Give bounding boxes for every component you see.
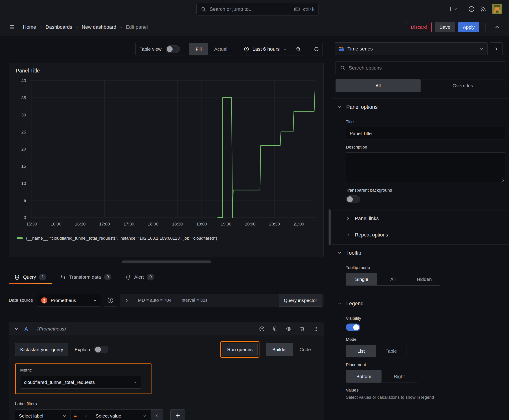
legend-section-header[interactable]: Legend [332,296,509,311]
query-options-strip[interactable]: MD = auto = 704 Interval = 30s Query ins… [120,294,324,307]
chevron-down-icon [93,298,97,303]
svg-text:17:00: 17:00 [99,222,110,226]
tab-alert-count: 0 [147,274,154,280]
query-ref-id[interactable]: A [24,326,28,332]
grafana-app: ctrl+k Home › Dashboards › New dashboard… [0,0,509,420]
datasource-picker[interactable]: Prometheus [37,294,101,307]
tab-query[interactable]: Query 1 [9,270,52,284]
kick-start-button[interactable]: Kick start your query [15,343,68,356]
query-help-button[interactable] [259,326,265,332]
legend-placement-field: Placement Bottom Right [346,362,505,383]
breadcrumb-new-dashboard[interactable]: New dashboard [82,24,116,30]
run-queries-button[interactable]: Run queries [222,343,258,356]
help-button[interactable] [466,4,477,14]
news-button[interactable] [478,4,488,14]
visualization-row: Time series [335,42,503,55]
zoom-out-icon [296,46,301,52]
code-option[interactable]: Code [293,343,317,356]
toggle-options-pane-button[interactable] [490,42,503,55]
actual-option[interactable]: Actual [208,43,234,55]
query-row-header[interactable]: A (Prometheus) [9,322,324,335]
svg-text:15:30: 15:30 [26,222,37,226]
add-filter-button[interactable] [170,409,185,420]
menu-toggle[interactable] [7,22,17,32]
hamburger-icon [8,24,15,30]
panel-options-title: Panel options [346,104,378,110]
options-tab-all[interactable]: All [336,79,421,92]
options-tab-overrides[interactable]: Overrides [421,79,505,92]
time-range-picker[interactable]: Last 6 hours [239,43,292,55]
refresh-button[interactable] [310,43,323,55]
legend-mode-switch: List Table [346,345,406,357]
tooltip-mode-single[interactable]: Single [346,273,377,285]
apply-button[interactable]: Apply [458,22,479,32]
remove-filter-button[interactable] [151,409,163,420]
legend-placement-bottom[interactable]: Bottom [346,370,381,382]
user-avatar[interactable] [492,4,502,14]
search-input[interactable] [210,6,291,12]
legend-visibility-toggle[interactable] [346,323,360,331]
panel-title[interactable]: Panel Title [14,66,319,76]
options-search-input[interactable] [349,65,501,71]
builder-code-switch: Builder Code [266,343,317,356]
description-textarea[interactable] [346,152,505,182]
chevron-down-icon [337,105,342,109]
toggle-query-visibility-button[interactable] [286,326,292,332]
panel-toolbar: Table view Fill Actual Last 6 hours [0,43,323,55]
collapse-header-button[interactable] [492,22,502,32]
options-search[interactable] [335,61,505,74]
avatar-icon [492,4,502,14]
datasource-help-button[interactable] [104,294,117,307]
metric-section-highlight: Metric cloudflared_tunnel_total_requests [15,363,152,394]
query-inspector-button[interactable]: Query inspector [279,294,322,307]
time-series-chart[interactable]: 051015202530354015:3016:0016:3017:0017:3… [14,76,319,234]
fill-option[interactable]: Fill [190,43,208,55]
value-select[interactable]: Select value [92,409,151,420]
save-button[interactable]: Save [435,22,455,32]
operator-select[interactable]: = [70,409,92,420]
panel-title-input[interactable] [346,127,505,140]
grafana-logo[interactable] [7,4,17,14]
collapse-query-chevron[interactable] [14,326,20,332]
discard-button[interactable]: Discard [406,22,431,32]
legend-placement-right[interactable]: Right [381,370,417,382]
visualization-label: Time series [347,46,373,52]
label-select[interactable]: Select label [15,409,70,420]
panel-options-section-header[interactable]: Panel options [332,100,509,114]
tooltip-mode-hidden[interactable]: Hidden [409,273,440,285]
tab-transform-data[interactable]: Transform data 0 [55,270,117,284]
chart-legend[interactable]: {__name__="cloudflared_tunnel_total_requ… [14,234,319,241]
panel-links-section[interactable]: Panel links [332,210,509,227]
duplicate-query-button[interactable] [273,326,278,332]
breadcrumb: Home › Dashboards › New dashboard › Edit… [23,24,148,30]
explain-toggle[interactable] [94,346,108,353]
add-new-button[interactable] [448,4,458,14]
legend-mode-list[interactable]: List [346,345,376,357]
tab-alert[interactable]: Alert 0 [120,270,160,284]
tooltip-section-header[interactable]: Tooltip [332,246,509,260]
divider [332,98,509,99]
builder-option[interactable]: Builder [266,343,293,356]
repeat-options-section[interactable]: Repeat options [332,227,509,243]
breadcrumb-home[interactable]: Home [23,24,36,30]
scrollbar-thumb[interactable] [328,209,331,245]
trash-icon [299,326,305,332]
datasource-value: Prometheus [51,298,76,303]
divider [332,244,509,245]
toggle-knob [353,324,359,330]
visualization-picker[interactable]: Time series [335,42,488,55]
table-view-toggle[interactable] [166,45,180,53]
drag-query-handle[interactable] [313,326,319,332]
metric-picker[interactable]: cloudflared_tunnel_total_requests [20,376,141,389]
legend-mode-table[interactable]: Table [376,345,406,357]
panel-resize-handle[interactable] [122,261,211,263]
zoom-out-button[interactable] [292,43,305,55]
table-view-label: Table view [140,46,162,52]
breadcrumb-dashboards[interactable]: Dashboards [46,24,72,30]
top-search[interactable]: ctrl+k [196,3,319,15]
delete-query-button[interactable] [299,326,305,332]
legend-label[interactable]: {__name__="cloudflared_tunnel_total_requ… [26,236,217,241]
description-field: Description [346,145,505,183]
transparent-background-toggle[interactable] [346,195,360,203]
tooltip-mode-all[interactable]: All [377,273,409,285]
